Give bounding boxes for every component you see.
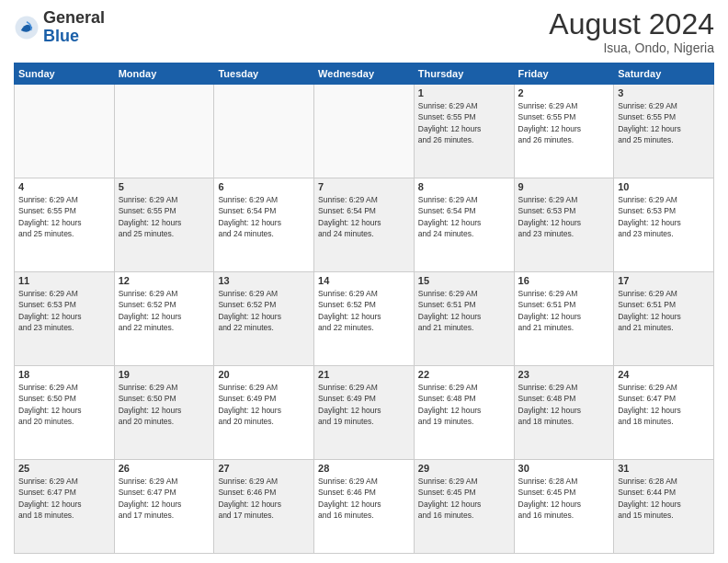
day-info: Sunrise: 6:29 AM Sunset: 6:45 PM Dayligh… bbox=[418, 476, 510, 521]
day-number: 16 bbox=[518, 275, 610, 286]
calendar-cell: 9Sunrise: 6:29 AM Sunset: 6:53 PM Daylig… bbox=[514, 178, 614, 272]
col-thursday: Thursday bbox=[414, 63, 514, 85]
day-number: 27 bbox=[218, 463, 310, 474]
calendar-cell: 28Sunrise: 6:29 AM Sunset: 6:46 PM Dayli… bbox=[314, 460, 415, 554]
calendar-cell bbox=[214, 85, 314, 178]
day-number: 28 bbox=[318, 463, 410, 474]
day-info: Sunrise: 6:28 AM Sunset: 6:45 PM Dayligh… bbox=[518, 476, 610, 521]
day-info: Sunrise: 6:29 AM Sunset: 6:50 PM Dayligh… bbox=[18, 382, 110, 427]
calendar-cell: 15Sunrise: 6:29 AM Sunset: 6:51 PM Dayli… bbox=[414, 272, 514, 366]
calendar-header-row: Sunday Monday Tuesday Wednesday Thursday… bbox=[15, 63, 714, 85]
day-info: Sunrise: 6:29 AM Sunset: 6:46 PM Dayligh… bbox=[218, 476, 310, 521]
day-number: 17 bbox=[618, 275, 710, 286]
col-sunday: Sunday bbox=[15, 63, 115, 85]
calendar-cell: 24Sunrise: 6:29 AM Sunset: 6:47 PM Dayli… bbox=[614, 366, 714, 460]
day-info: Sunrise: 6:28 AM Sunset: 6:44 PM Dayligh… bbox=[618, 476, 710, 521]
day-number: 30 bbox=[518, 463, 610, 474]
day-info: Sunrise: 6:29 AM Sunset: 6:52 PM Dayligh… bbox=[119, 288, 210, 333]
day-info: Sunrise: 6:29 AM Sunset: 6:47 PM Dayligh… bbox=[18, 476, 110, 521]
calendar-cell: 2Sunrise: 6:29 AM Sunset: 6:55 PM Daylig… bbox=[514, 85, 614, 178]
day-info: Sunrise: 6:29 AM Sunset: 6:53 PM Dayligh… bbox=[618, 194, 710, 239]
col-monday: Monday bbox=[114, 63, 214, 85]
calendar-cell: 4Sunrise: 6:29 AM Sunset: 6:55 PM Daylig… bbox=[15, 178, 115, 272]
calendar-cell: 27Sunrise: 6:29 AM Sunset: 6:46 PM Dayli… bbox=[214, 460, 314, 554]
page: General Blue August 2024 Isua, Ondo, Nig… bbox=[0, 0, 728, 563]
day-number: 6 bbox=[218, 181, 310, 192]
calendar-cell: 11Sunrise: 6:29 AM Sunset: 6:53 PM Dayli… bbox=[15, 272, 115, 366]
day-number: 14 bbox=[318, 275, 410, 286]
title-block: August 2024 Isua, Ondo, Nigeria bbox=[549, 9, 714, 55]
day-info: Sunrise: 6:29 AM Sunset: 6:51 PM Dayligh… bbox=[618, 288, 710, 333]
day-info: Sunrise: 6:29 AM Sunset: 6:51 PM Dayligh… bbox=[518, 288, 610, 333]
day-info: Sunrise: 6:29 AM Sunset: 6:55 PM Dayligh… bbox=[518, 100, 610, 145]
day-number: 7 bbox=[318, 181, 410, 192]
day-info: Sunrise: 6:29 AM Sunset: 6:47 PM Dayligh… bbox=[618, 382, 710, 427]
calendar-cell: 5Sunrise: 6:29 AM Sunset: 6:55 PM Daylig… bbox=[114, 178, 214, 272]
col-saturday: Saturday bbox=[614, 63, 714, 85]
day-info: Sunrise: 6:29 AM Sunset: 6:46 PM Dayligh… bbox=[318, 476, 410, 521]
month-year: August 2024 bbox=[549, 9, 714, 39]
day-number: 23 bbox=[518, 369, 610, 380]
day-info: Sunrise: 6:29 AM Sunset: 6:54 PM Dayligh… bbox=[318, 194, 410, 239]
logo: General Blue bbox=[14, 9, 105, 46]
calendar-cell: 30Sunrise: 6:28 AM Sunset: 6:45 PM Dayli… bbox=[514, 460, 614, 554]
calendar-cell: 22Sunrise: 6:29 AM Sunset: 6:48 PM Dayli… bbox=[414, 366, 514, 460]
calendar-cell: 19Sunrise: 6:29 AM Sunset: 6:50 PM Dayli… bbox=[114, 366, 214, 460]
calendar-cell: 1Sunrise: 6:29 AM Sunset: 6:55 PM Daylig… bbox=[414, 85, 514, 178]
day-number: 5 bbox=[119, 181, 210, 192]
logo-line2: Blue bbox=[43, 28, 105, 46]
day-number: 9 bbox=[518, 181, 610, 192]
calendar-cell bbox=[314, 85, 415, 178]
header: General Blue August 2024 Isua, Ondo, Nig… bbox=[14, 9, 714, 55]
calendar-cell: 14Sunrise: 6:29 AM Sunset: 6:52 PM Dayli… bbox=[314, 272, 415, 366]
calendar-cell: 17Sunrise: 6:29 AM Sunset: 6:51 PM Dayli… bbox=[614, 272, 714, 366]
calendar-cell: 16Sunrise: 6:29 AM Sunset: 6:51 PM Dayli… bbox=[514, 272, 614, 366]
day-number: 11 bbox=[18, 275, 110, 286]
day-info: Sunrise: 6:29 AM Sunset: 6:53 PM Dayligh… bbox=[518, 194, 610, 239]
logo-line1: General bbox=[43, 9, 105, 28]
day-info: Sunrise: 6:29 AM Sunset: 6:54 PM Dayligh… bbox=[418, 194, 510, 239]
logo-text: General Blue bbox=[43, 9, 105, 46]
calendar-week-2: 4Sunrise: 6:29 AM Sunset: 6:55 PM Daylig… bbox=[15, 178, 714, 272]
day-number: 31 bbox=[618, 463, 710, 474]
day-info: Sunrise: 6:29 AM Sunset: 6:55 PM Dayligh… bbox=[18, 194, 110, 239]
calendar-week-4: 18Sunrise: 6:29 AM Sunset: 6:50 PM Dayli… bbox=[15, 366, 714, 460]
day-number: 1 bbox=[418, 87, 510, 98]
calendar-cell: 3Sunrise: 6:29 AM Sunset: 6:55 PM Daylig… bbox=[614, 85, 714, 178]
col-wednesday: Wednesday bbox=[314, 63, 415, 85]
calendar-cell: 10Sunrise: 6:29 AM Sunset: 6:53 PM Dayli… bbox=[614, 178, 714, 272]
day-info: Sunrise: 6:29 AM Sunset: 6:50 PM Dayligh… bbox=[119, 382, 210, 427]
calendar-cell: 13Sunrise: 6:29 AM Sunset: 6:52 PM Dayli… bbox=[214, 272, 314, 366]
day-number: 20 bbox=[218, 369, 310, 380]
logo-icon bbox=[14, 15, 40, 40]
day-info: Sunrise: 6:29 AM Sunset: 6:55 PM Dayligh… bbox=[418, 100, 510, 145]
day-number: 12 bbox=[119, 275, 210, 286]
day-info: Sunrise: 6:29 AM Sunset: 6:53 PM Dayligh… bbox=[18, 288, 110, 333]
day-info: Sunrise: 6:29 AM Sunset: 6:51 PM Dayligh… bbox=[418, 288, 510, 333]
calendar-cell: 31Sunrise: 6:28 AM Sunset: 6:44 PM Dayli… bbox=[614, 460, 714, 554]
day-info: Sunrise: 6:29 AM Sunset: 6:48 PM Dayligh… bbox=[418, 382, 510, 427]
day-number: 15 bbox=[418, 275, 510, 286]
location: Isua, Ondo, Nigeria bbox=[549, 40, 714, 55]
day-number: 10 bbox=[618, 181, 710, 192]
calendar-cell: 29Sunrise: 6:29 AM Sunset: 6:45 PM Dayli… bbox=[414, 460, 514, 554]
calendar-cell: 21Sunrise: 6:29 AM Sunset: 6:49 PM Dayli… bbox=[314, 366, 415, 460]
day-info: Sunrise: 6:29 AM Sunset: 6:48 PM Dayligh… bbox=[518, 382, 610, 427]
day-info: Sunrise: 6:29 AM Sunset: 6:54 PM Dayligh… bbox=[218, 194, 310, 239]
calendar-cell: 12Sunrise: 6:29 AM Sunset: 6:52 PM Dayli… bbox=[114, 272, 214, 366]
calendar-cell bbox=[114, 85, 214, 178]
calendar-cell: 23Sunrise: 6:29 AM Sunset: 6:48 PM Dayli… bbox=[514, 366, 614, 460]
calendar-week-3: 11Sunrise: 6:29 AM Sunset: 6:53 PM Dayli… bbox=[15, 272, 714, 366]
day-number: 4 bbox=[18, 181, 110, 192]
day-number: 18 bbox=[18, 369, 110, 380]
day-info: Sunrise: 6:29 AM Sunset: 6:49 PM Dayligh… bbox=[318, 382, 410, 427]
day-number: 2 bbox=[518, 87, 610, 98]
day-number: 3 bbox=[618, 87, 710, 98]
day-info: Sunrise: 6:29 AM Sunset: 6:49 PM Dayligh… bbox=[218, 382, 310, 427]
day-info: Sunrise: 6:29 AM Sunset: 6:47 PM Dayligh… bbox=[119, 476, 210, 521]
calendar-cell: 20Sunrise: 6:29 AM Sunset: 6:49 PM Dayli… bbox=[214, 366, 314, 460]
calendar-table: Sunday Monday Tuesday Wednesday Thursday… bbox=[14, 63, 714, 554]
day-number: 24 bbox=[618, 369, 710, 380]
calendar-cell bbox=[15, 85, 115, 178]
day-number: 19 bbox=[119, 369, 210, 380]
